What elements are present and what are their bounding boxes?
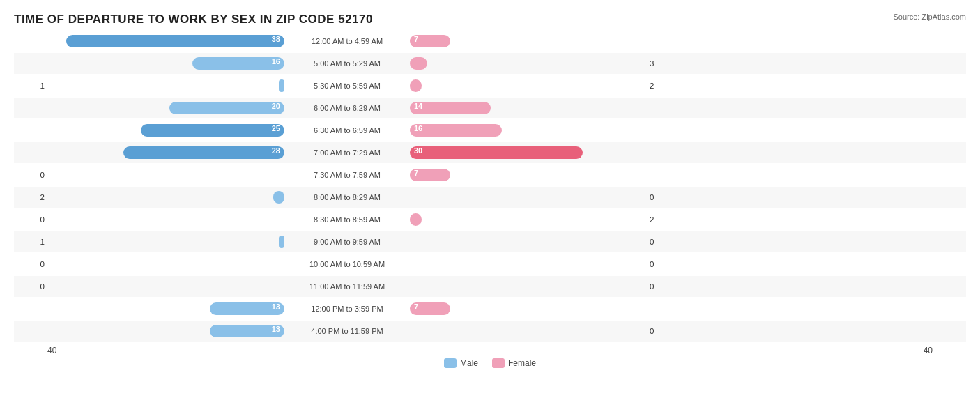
female-bar: 30: [410, 146, 583, 159]
left-value: 1: [14, 82, 47, 90]
female-bar: 14: [410, 102, 491, 114]
chart-row: 134:00 PM to 11:59 PM0: [14, 321, 966, 342]
left-bar-area: 13: [47, 302, 284, 315]
chart-row: 28:00 AM to 8:29 AM0: [14, 187, 966, 208]
left-bar-area: 25: [47, 124, 284, 137]
male-bar-wrapper: [279, 79, 284, 92]
chart-row: 07:30 AM to 7:59 AM7: [14, 164, 966, 185]
female-bar-wrapper: 7: [410, 302, 450, 315]
male-bar: [279, 79, 284, 92]
chart-row: 08:30 AM to 8:59 AM2: [14, 209, 966, 230]
female-bar: [410, 79, 422, 92]
chart-row: 011:00 AM to 11:59 AM0: [14, 276, 966, 297]
right-value: 0: [647, 327, 680, 335]
legend-male: Male: [444, 358, 478, 368]
female-bar: 7: [410, 302, 450, 315]
right-bar-area: 7: [410, 302, 647, 315]
left-value: 1: [14, 238, 47, 246]
male-bar-wrapper: 28: [123, 146, 284, 159]
time-label: 6:00 AM to 6:29 AM: [284, 104, 410, 112]
left-bar-area: 16: [47, 57, 284, 70]
female-bar-wrapper: 7: [410, 169, 450, 181]
left-bar-area: 28: [47, 146, 284, 159]
right-bar-area: 14: [410, 102, 647, 114]
male-bar-wrapper: 25: [141, 124, 284, 137]
legend-male-box: [444, 358, 457, 368]
female-bar-wrapper: 16: [410, 124, 502, 137]
time-label: 5:00 AM to 5:29 AM: [284, 59, 410, 68]
male-bar-wrapper: 38: [66, 35, 285, 47]
left-value: 0: [14, 260, 47, 268]
time-label: 8:00 AM to 8:29 AM: [284, 193, 410, 201]
right-bar-area: [410, 79, 647, 92]
chart-row: 256:30 AM to 6:59 AM16: [14, 120, 966, 141]
female-bar: 7: [410, 35, 450, 47]
right-bar-area: 7: [410, 169, 647, 181]
left-bar-area: 20: [47, 102, 284, 114]
male-bar-wrapper: 16: [192, 57, 284, 70]
left-bar-area: [47, 79, 284, 92]
chart-title: TIME OF DEPARTURE TO WORK BY SEX IN ZIP …: [14, 13, 966, 26]
male-bar: [279, 236, 284, 248]
female-bar-wrapper: 30: [410, 146, 583, 159]
left-value: 0: [14, 282, 47, 291]
right-value: 0: [647, 282, 680, 291]
left-value: 0: [14, 171, 47, 179]
female-bar: [410, 213, 422, 226]
male-bar: 25: [141, 124, 284, 137]
female-bar-wrapper: 14: [410, 102, 491, 114]
chart-row: 19:00 AM to 9:59 AM0: [14, 231, 966, 252]
female-bar-wrapper: [410, 213, 422, 226]
time-label: 7:00 AM to 7:29 AM: [284, 148, 410, 157]
female-bar-wrapper: [410, 57, 427, 70]
time-label: 9:00 AM to 9:59 AM: [284, 238, 410, 246]
time-label: 12:00 PM to 3:59 PM: [284, 305, 410, 313]
chart-row: 1312:00 PM to 3:59 PM7: [14, 298, 966, 319]
chart-row: 165:00 AM to 5:29 AM3: [14, 53, 966, 74]
time-label: 8:30 AM to 8:59 AM: [284, 215, 410, 224]
bottom-axis: 40 40: [14, 346, 966, 355]
female-bar: [410, 57, 427, 70]
axis-left-label: 40: [47, 346, 56, 355]
male-bar: [273, 191, 285, 204]
right-value: 0: [647, 260, 680, 268]
left-value: 2: [14, 193, 47, 201]
legend-male-label: Male: [460, 358, 478, 368]
female-bar: 7: [410, 169, 450, 181]
time-label: 5:30 AM to 5:59 AM: [284, 82, 410, 90]
female-bar-wrapper: 7: [410, 35, 450, 47]
time-label: 4:00 PM to 11:59 PM: [284, 327, 410, 335]
chart-row: 15:30 AM to 5:59 AM2: [14, 75, 966, 96]
chart-row: 287:00 AM to 7:29 AM30: [14, 142, 966, 163]
right-value: 0: [647, 238, 680, 246]
time-label: 12:00 AM to 4:59 AM: [284, 37, 410, 45]
male-bar: 13: [210, 325, 284, 337]
male-bar-wrapper: [279, 236, 284, 248]
left-bar-area: 38: [47, 35, 284, 47]
chart-row: 010:00 AM to 10:59 AM0: [14, 254, 966, 275]
chart-row: 206:00 AM to 6:29 AM14: [14, 98, 966, 118]
right-value: 2: [647, 215, 680, 224]
right-bar-area: [410, 57, 647, 70]
left-bar-area: 13: [47, 325, 284, 337]
right-bar-area: 16: [410, 124, 647, 137]
left-bar-area: [47, 236, 284, 248]
legend-female-label: Female: [508, 358, 536, 368]
female-bar: 16: [410, 124, 502, 137]
time-label: 6:30 AM to 6:59 AM: [284, 126, 410, 135]
right-value: 0: [647, 193, 680, 201]
right-bar-area: 30: [410, 146, 647, 159]
axis-right-label: 40: [924, 346, 933, 355]
right-bar-area: [410, 213, 647, 226]
chart-area: 3812:00 AM to 4:59 AM7165:00 AM to 5:29 …: [14, 31, 966, 342]
chart-row: 3812:00 AM to 4:59 AM7: [14, 31, 966, 52]
legend-female-box: [492, 358, 505, 368]
male-bar: 16: [192, 57, 284, 70]
male-bar-wrapper: 20: [169, 102, 284, 114]
time-label: 7:30 AM to 7:59 AM: [284, 171, 410, 179]
chart-container: TIME OF DEPARTURE TO WORK BY SEX IN ZIP …: [0, 0, 980, 414]
left-value: 0: [14, 215, 47, 224]
right-value: 2: [647, 82, 680, 90]
time-label: 10:00 AM to 10:59 AM: [284, 260, 410, 268]
time-label: 11:00 AM to 11:59 AM: [284, 282, 410, 291]
